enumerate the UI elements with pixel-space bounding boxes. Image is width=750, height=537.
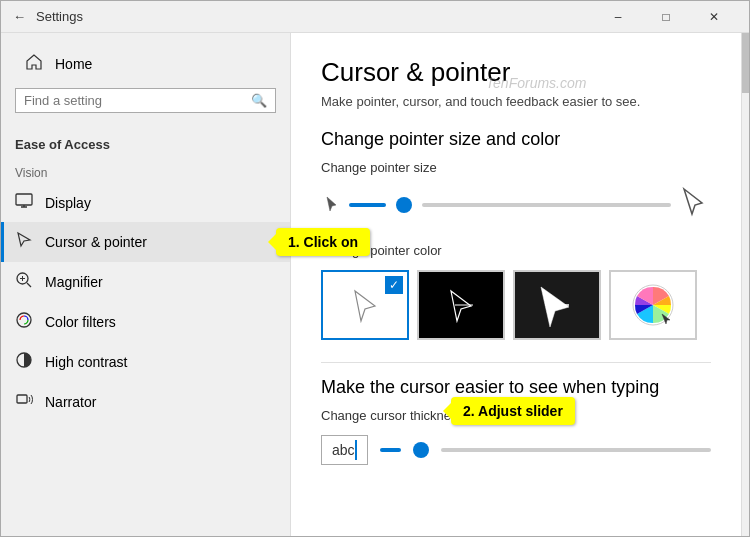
narrator-icon xyxy=(15,391,33,413)
color-filters-icon xyxy=(15,311,33,333)
slider-thumb-wrapper xyxy=(396,197,412,213)
svg-point-2 xyxy=(17,313,31,327)
black-swatch-bg xyxy=(419,272,503,338)
pointer-size-slider-row xyxy=(321,187,711,223)
sidebar-item-cursor[interactable]: Cursor & pointer 1. Click on xyxy=(1,222,290,262)
minimize-button[interactable]: – xyxy=(595,1,641,33)
color-swatch-white[interactable]: ✓ xyxy=(321,270,409,340)
scrollbar-track[interactable] xyxy=(741,33,749,536)
swatch-check-icon: ✓ xyxy=(385,276,403,294)
thickness-thumb-wrapper xyxy=(413,442,429,458)
scrollbar-thumb[interactable] xyxy=(742,33,749,93)
sidebar-item-display[interactable]: Display xyxy=(1,184,290,222)
section-divider xyxy=(321,362,711,363)
search-input[interactable] xyxy=(24,93,251,108)
color-swatches: ✓ xyxy=(321,270,711,340)
cursor-small-icon xyxy=(325,195,339,216)
vision-section-label: Vision xyxy=(1,158,290,184)
sidebar-item-high-contrast[interactable]: High contrast xyxy=(1,342,290,382)
ease-of-access-label: Ease of Access xyxy=(1,131,290,158)
title-bar: ← Settings – □ ✕ xyxy=(1,1,749,33)
settings-window: ← Settings – □ ✕ Home xyxy=(0,0,750,537)
magnifier-icon xyxy=(15,271,33,293)
sidebar-item-high-contrast-label: High contrast xyxy=(45,354,127,370)
slider-left-fill xyxy=(349,203,386,207)
inverted-swatch-bg xyxy=(515,272,599,338)
cursor-large-icon xyxy=(681,187,707,223)
svg-rect-4 xyxy=(17,395,27,403)
sidebar-item-cursor-label: Cursor & pointer xyxy=(45,234,147,250)
pointer-color-label: Change pointer color xyxy=(321,243,711,258)
sidebar-item-display-label: Display xyxy=(45,195,91,211)
color-swatch-inverted[interactable] xyxy=(513,270,601,340)
search-icon: 🔍 xyxy=(251,93,267,108)
maximize-button[interactable]: □ xyxy=(643,1,689,33)
sidebar-item-magnifier-label: Magnifier xyxy=(45,274,103,290)
sidebar-item-color-filters-label: Color filters xyxy=(45,314,116,330)
sidebar-item-color-filters[interactable]: Color filters xyxy=(1,302,290,342)
pointer-size-thumb[interactable] xyxy=(396,197,412,213)
callout-adjust-slider: 2. Adjust slider xyxy=(451,397,575,425)
pointer-size-label: Change pointer size xyxy=(321,160,711,175)
sidebar-home-button[interactable]: Home xyxy=(15,45,276,82)
page-title: Cursor & pointer xyxy=(321,57,711,88)
display-icon xyxy=(15,193,33,213)
section2-title: Make the cursor easier to see when typin… xyxy=(321,377,711,398)
section1-title: Change pointer size and color xyxy=(321,129,711,150)
thickness-left-fill xyxy=(380,448,402,452)
slider-right-fill xyxy=(422,203,671,207)
cursor-preview xyxy=(355,440,357,460)
content-area: Home 🔍 Ease of Access Vision Display xyxy=(1,33,749,536)
thickness-right-fill xyxy=(441,448,711,452)
home-label: Home xyxy=(55,56,92,72)
close-button[interactable]: ✕ xyxy=(691,1,737,33)
cursor-thickness-thumb[interactable] xyxy=(413,442,429,458)
back-button[interactable]: ← xyxy=(13,9,26,24)
abc-preview-box: abc xyxy=(321,435,368,465)
window-title: Settings xyxy=(36,9,83,24)
sidebar-item-narrator-label: Narrator xyxy=(45,394,96,410)
title-bar-left: ← Settings xyxy=(13,9,83,24)
high-contrast-icon xyxy=(15,351,33,373)
sidebar: Home 🔍 Ease of Access Vision Display xyxy=(1,33,291,536)
home-icon xyxy=(25,53,43,74)
sidebar-item-magnifier[interactable]: Magnifier xyxy=(1,262,290,302)
abc-text: abc xyxy=(332,442,355,458)
color-swatch-black[interactable] xyxy=(417,270,505,340)
sidebar-item-narrator[interactable]: Narrator xyxy=(1,382,290,422)
page-subtitle: Make pointer, cursor, and touch feedback… xyxy=(321,94,711,109)
cursor-pointer-icon xyxy=(15,231,33,253)
cursor-thickness-row: abc 2. Adjust slider xyxy=(321,435,711,465)
svg-rect-0 xyxy=(16,194,32,205)
main-content: TenForums.com Cursor & pointer Make poin… xyxy=(291,33,741,536)
sidebar-top: Home 🔍 xyxy=(1,33,290,131)
callout-click-on: 1. Click on xyxy=(276,228,370,256)
custom-swatch-bg xyxy=(611,272,695,338)
search-box[interactable]: 🔍 xyxy=(15,88,276,113)
color-swatch-custom[interactable] xyxy=(609,270,697,340)
title-bar-controls: – □ ✕ xyxy=(595,1,737,33)
